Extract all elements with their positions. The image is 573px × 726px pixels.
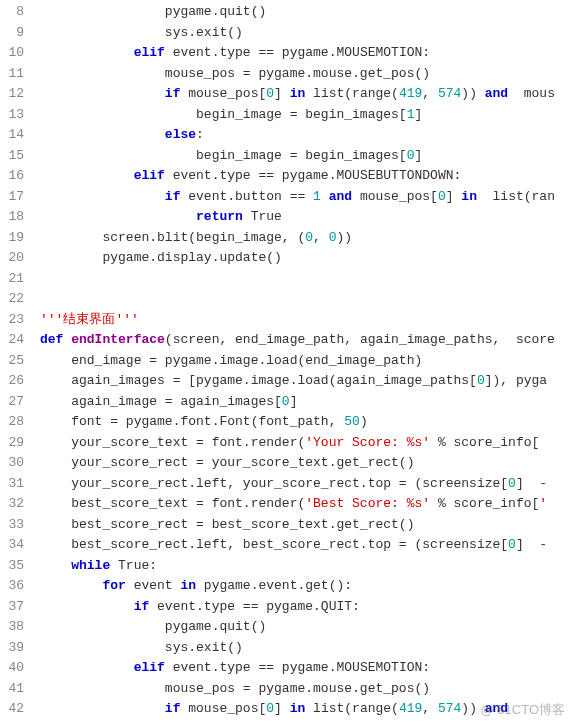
line-number: 36 — [0, 576, 24, 597]
code-line: return True — [40, 207, 555, 228]
line-number: 37 — [0, 597, 24, 618]
code-line: again_image = again_images[0] — [40, 392, 555, 413]
code-line: again_images = [pygame.image.load(again_… — [40, 371, 555, 392]
line-number: 34 — [0, 535, 24, 556]
line-number: 40 — [0, 658, 24, 679]
code-line: mouse_pos = pygame.mouse.get_pos() — [40, 64, 555, 85]
code-line: begin_image = begin_images[0] — [40, 146, 555, 167]
line-number: 29 — [0, 433, 24, 454]
line-number: 14 — [0, 125, 24, 146]
line-number: 33 — [0, 515, 24, 536]
line-number: 27 — [0, 392, 24, 413]
line-number: 39 — [0, 638, 24, 659]
line-number: 20 — [0, 248, 24, 269]
code-line: pygame.display.update() — [40, 248, 555, 269]
line-number: 38 — [0, 617, 24, 638]
line-number: 22 — [0, 289, 24, 310]
code-line: best_score_rect.left, best_score_rect.to… — [40, 535, 555, 556]
code-line: best_score_text = font.render('Best Scor… — [40, 494, 555, 515]
code-editor: 8910111213141516171819202122232425262728… — [0, 0, 573, 720]
code-line: your_score_rect.left, your_score_rect.to… — [40, 474, 555, 495]
line-number: 28 — [0, 412, 24, 433]
line-number: 15 — [0, 146, 24, 167]
line-number: 19 — [0, 228, 24, 249]
line-number: 12 — [0, 84, 24, 105]
line-number: 18 — [0, 207, 24, 228]
code-line: if mouse_pos[0] in list(range(419, 574))… — [40, 699, 555, 720]
code-line: elif event.type == pygame.MOUSEMOTION: — [40, 658, 555, 679]
line-number: 9 — [0, 23, 24, 44]
code-line: pygame.quit() — [40, 617, 555, 638]
line-number: 16 — [0, 166, 24, 187]
line-number: 25 — [0, 351, 24, 372]
line-number: 13 — [0, 105, 24, 126]
code-line: elif event.type == pygame.MOUSEMOTION: — [40, 43, 555, 64]
code-line: mouse_pos = pygame.mouse.get_pos() — [40, 679, 555, 700]
line-number: 17 — [0, 187, 24, 208]
code-line: your_score_rect = your_score_text.get_re… — [40, 453, 555, 474]
code-line: while True: — [40, 556, 555, 577]
line-number-gutter: 8910111213141516171819202122232425262728… — [0, 2, 28, 720]
code-line: sys.exit() — [40, 23, 555, 44]
line-number: 11 — [0, 64, 24, 85]
line-number: 35 — [0, 556, 24, 577]
code-line: for event in pygame.event.get(): — [40, 576, 555, 597]
line-number: 30 — [0, 453, 24, 474]
code-line: best_score_rect = best_score_text.get_re… — [40, 515, 555, 536]
line-number: 8 — [0, 2, 24, 23]
code-area[interactable]: pygame.quit() sys.exit() elif event.type… — [28, 2, 555, 720]
code-line: else: — [40, 125, 555, 146]
code-line: '''结束界面''' — [40, 310, 555, 331]
line-number: 32 — [0, 494, 24, 515]
code-line: pygame.quit() — [40, 2, 555, 23]
code-line: def endInterface(screen, end_image_path,… — [40, 330, 555, 351]
code-line: sys.exit() — [40, 638, 555, 659]
line-number: 31 — [0, 474, 24, 495]
line-number: 41 — [0, 679, 24, 700]
line-number: 26 — [0, 371, 24, 392]
code-line: elif event.type == pygame.MOUSEBUTTONDOW… — [40, 166, 555, 187]
code-line: end_image = pygame.image.load(end_image_… — [40, 351, 555, 372]
line-number: 24 — [0, 330, 24, 351]
code-line: begin_image = begin_images[1] — [40, 105, 555, 126]
code-line: screen.blit(begin_image, (0, 0)) — [40, 228, 555, 249]
code-line — [40, 289, 555, 310]
code-line: font = pygame.font.Font(font_path, 50) — [40, 412, 555, 433]
line-number: 42 — [0, 699, 24, 720]
code-line: if mouse_pos[0] in list(range(419, 574))… — [40, 84, 555, 105]
code-line — [40, 269, 555, 290]
line-number: 23 — [0, 310, 24, 331]
code-line: if event.button == 1 and mouse_pos[0] in… — [40, 187, 555, 208]
code-line: if event.type == pygame.QUIT: — [40, 597, 555, 618]
line-number: 21 — [0, 269, 24, 290]
code-line: your_score_text = font.render('Your Scor… — [40, 433, 555, 454]
line-number: 10 — [0, 43, 24, 64]
